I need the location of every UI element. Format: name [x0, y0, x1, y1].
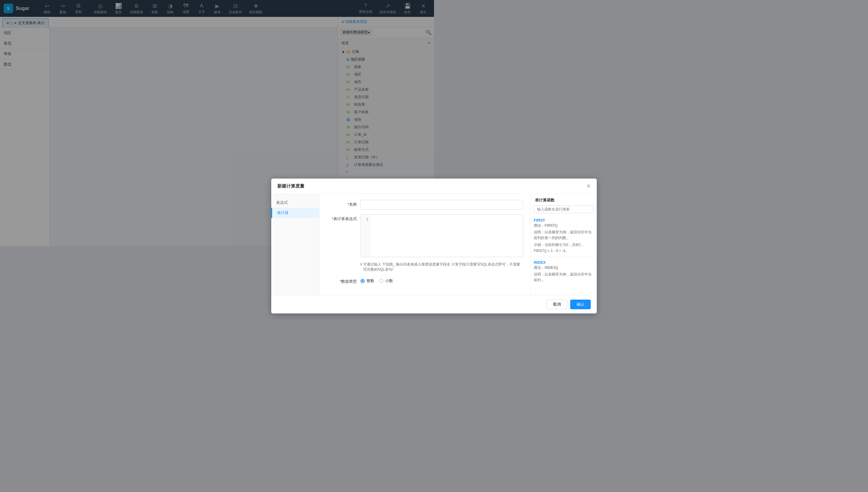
new-calc-measure-modal: 新建计算度量 ✕ 表达式 表计算 *名称 — [271, 178, 434, 246]
expr-label: *表计算表达式 — [327, 214, 357, 222]
name-label: *名称 — [327, 200, 357, 207]
expr-field-row: *表计算表达式 1 — [327, 214, 434, 246]
modal-title: 新建计算度量 — [277, 183, 304, 189]
modal-header: 新建计算度量 ✕ — [271, 178, 434, 194]
line-numbers: 1 — [361, 215, 370, 246]
modal-body: 表达式 表计算 *名称 *表计算表达式 — [271, 194, 434, 246]
expr-textarea[interactable] — [370, 215, 434, 246]
modal-nav: 表达式 表计算 — [271, 194, 320, 246]
modal-overlay: 新建计算度量 ✕ 表达式 表计算 *名称 — [0, 0, 434, 246]
name-field-row: *名称 — [327, 200, 434, 210]
modal-form: *名称 *表计算表达式 1 — [320, 194, 434, 246]
name-input[interactable] — [360, 200, 434, 210]
line-1: 1 — [366, 217, 368, 222]
textarea-wrapper: 1 — [360, 214, 434, 246]
nav-table-calc[interactable]: 表计算 — [271, 208, 319, 218]
nav-expression[interactable]: 表达式 — [271, 198, 319, 208]
expr-label-text: 表计算表达式 — [333, 217, 357, 221]
name-label-text: 名称 — [349, 202, 357, 206]
